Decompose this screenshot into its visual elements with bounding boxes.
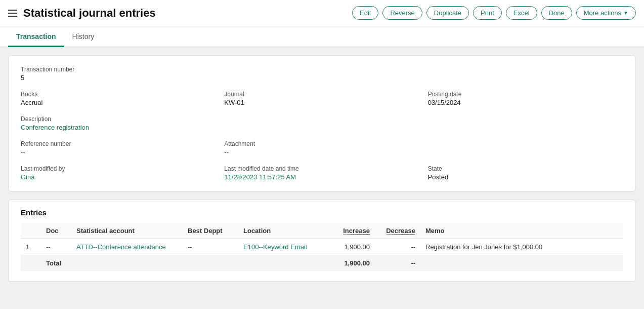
row-best-deppt: --	[183, 239, 238, 255]
description-label: Description	[21, 115, 216, 123]
total-empty-memo	[420, 255, 623, 272]
main-content: Transaction number 5 Books Accrual Journ…	[0, 47, 644, 290]
transaction-card: Transaction number 5 Books Accrual Journ…	[8, 55, 636, 191]
total-label: Total	[41, 255, 71, 272]
state-label: State	[428, 165, 623, 172]
last-modified-dt-label: Last modified date and time	[224, 165, 419, 172]
attachment-label: Attachment	[224, 140, 419, 147]
done-button[interactable]: Done	[541, 6, 572, 20]
reverse-button[interactable]: Reverse	[382, 6, 422, 20]
attachment-value: --	[224, 148, 419, 156]
row-doc: --	[41, 239, 71, 255]
reference-number-label: Reference number	[21, 140, 216, 147]
col-header-increase: Increase	[329, 223, 375, 239]
last-modified-dt-item: Last modified date and time 11/28/2023 1…	[224, 165, 419, 181]
total-empty-dept	[183, 255, 238, 272]
posting-date-label: Posting date	[428, 91, 623, 98]
col-header-num	[21, 223, 41, 239]
duplicate-button[interactable]: Duplicate	[426, 6, 469, 20]
transaction-number-label: Transaction number	[21, 66, 216, 73]
last-modified-by-value[interactable]: Gina	[21, 173, 216, 181]
transaction-number-item: Transaction number 5	[21, 66, 216, 82]
posting-date-item: Posting date 03/15/2024	[428, 91, 623, 106]
posting-date-value: 03/15/2024	[428, 99, 623, 106]
journal-label: Journal	[224, 91, 419, 98]
print-button[interactable]: Print	[473, 6, 502, 20]
col-header-best-deppt: Best Deppt	[183, 223, 238, 239]
journal-value: KW-01	[224, 99, 419, 106]
page-title: Statistical journal entries	[23, 7, 156, 20]
row-statistical-account[interactable]: ATTD--Conference attendance	[71, 239, 183, 255]
total-empty-loc	[238, 255, 329, 272]
tabs-bar: Transaction History	[0, 26, 644, 47]
app-container: Statistical journal entries Edit Reverse…	[0, 0, 644, 309]
total-empty-stat	[71, 255, 183, 272]
tab-history[interactable]: History	[64, 26, 103, 47]
header-left: Statistical journal entries	[8, 7, 156, 20]
books-item: Books Accrual	[21, 91, 216, 106]
entries-card: Entries Doc Statistical account Best Dep…	[8, 200, 636, 282]
reference-number-item: Reference number --	[21, 140, 216, 156]
last-modified-by-item: Last modified by Gina	[21, 165, 216, 181]
last-modified-by-label: Last modified by	[21, 165, 216, 172]
col-header-memo: Memo	[420, 223, 623, 239]
total-increase: 1,900.00	[329, 255, 375, 272]
more-actions-button[interactable]: More actions ▼	[576, 6, 636, 20]
state-value: Posted	[428, 173, 623, 181]
journal-item: Journal KW-01	[224, 91, 419, 106]
table-row: 1 -- ATTD--Conference attendance -- E100…	[21, 239, 623, 255]
entries-table: Doc Statistical account Best Deppt Locat…	[21, 223, 623, 271]
row-location[interactable]: E100--Keyword Email	[238, 239, 329, 255]
total-decrease: --	[375, 255, 420, 272]
row-increase: 1,900.00	[329, 239, 375, 255]
description-value[interactable]: Conference registration	[21, 124, 216, 131]
row-num: 1	[21, 239, 41, 255]
books-label: Books	[21, 91, 216, 98]
entries-title: Entries	[21, 208, 623, 217]
header-actions: Edit Reverse Duplicate Print Excel Done …	[352, 6, 636, 20]
info-grid: Transaction number 5 Books Accrual Journ…	[21, 66, 623, 181]
header: Statistical journal entries Edit Reverse…	[0, 0, 644, 26]
tab-transaction[interactable]: Transaction	[8, 26, 64, 47]
col-header-statistical-account: Statistical account	[71, 223, 183, 239]
excel-button[interactable]: Excel	[506, 6, 537, 20]
last-modified-dt-value[interactable]: 11/28/2023 11:57:25 AM	[224, 173, 419, 181]
chevron-down-icon: ▼	[623, 10, 628, 16]
hamburger-icon[interactable]	[8, 10, 17, 17]
row-memo: Registration for Jen Jones for $1,000.00	[420, 239, 623, 255]
col-header-doc: Doc	[41, 223, 71, 239]
attachment-item: Attachment --	[224, 140, 419, 156]
description-item: Description Conference registration	[21, 115, 216, 131]
col-header-decrease: Decrease	[375, 223, 420, 239]
edit-button[interactable]: Edit	[352, 6, 378, 20]
state-item: State Posted	[428, 165, 623, 181]
total-empty-num	[21, 255, 41, 272]
books-value: Accrual	[21, 99, 216, 106]
total-row: Total 1,900.00 --	[21, 255, 623, 272]
row-decrease: --	[375, 239, 420, 255]
reference-number-value: --	[21, 148, 216, 156]
transaction-number-value: 5	[21, 74, 216, 82]
col-header-location: Location	[238, 223, 329, 239]
table-header-row: Doc Statistical account Best Deppt Locat…	[21, 223, 623, 239]
